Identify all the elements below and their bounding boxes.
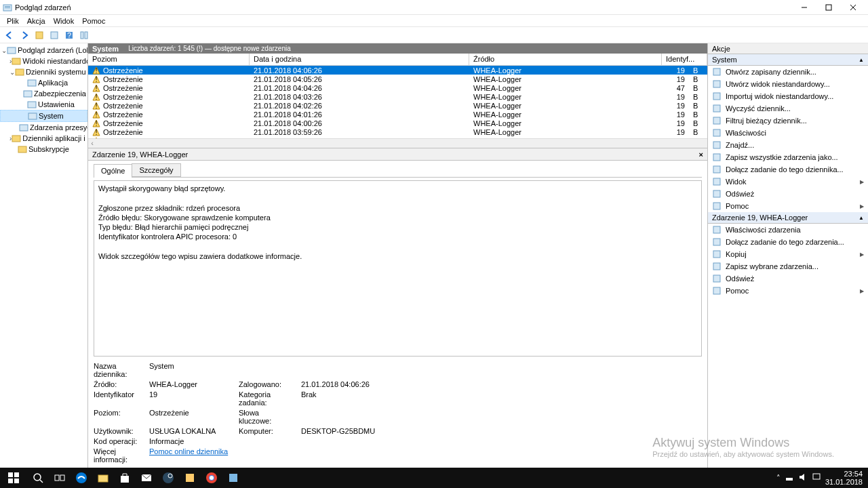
table-row[interactable]: !Ostrzeżenie 21.01.2018 04:06:26 WHEA-Lo… [88,66,707,75]
tree-item[interactable]: System [0,110,87,122]
column-date[interactable]: Data i godzina [250,54,469,65]
action-item[interactable]: Znajdź... [708,139,868,151]
tray-network-icon[interactable] [785,472,794,483]
panes-button[interactable] [77,28,91,42]
action-item[interactable]: Filtruj bieżący dziennik... [708,115,868,127]
action-item[interactable]: Otwórz zapisany dziennik... [708,66,868,78]
back-button[interactable] [3,28,16,42]
system-tray[interactable]: ˄ 23:54 31.01.2018 [776,470,868,486]
tree-item[interactable]: Zdarzenia przesyłane dalej [0,122,87,133]
action-item[interactable]: Pomoc▶ [708,200,868,212]
svg-rect-16 [28,80,36,86]
warning-icon: ! [92,119,100,127]
action-item[interactable]: Zapisz wszystkie zdarzenia jako... [708,151,868,163]
action-item[interactable]: Dołącz zadanie do tego dziennika... [708,163,868,176]
svg-text:!: ! [95,128,97,136]
navigation-tree[interactable]: ⌄ Podgląd zdarzeń (Lokalny) ›Widoki nies… [0,43,88,468]
tree-root[interactable]: ⌄ Podgląd zdarzeń (Lokalny) [0,45,87,56]
help-button[interactable]: ? [62,28,76,42]
action-item[interactable]: Wyczyść dziennik... [708,102,868,115]
show-tree-button[interactable] [33,28,46,42]
close-button[interactable] [841,0,865,15]
edge-icon[interactable] [71,468,92,488]
svg-rect-61 [121,476,129,483]
maximize-button[interactable] [816,0,841,15]
more-info-link[interactable]: Pomoc online dziennika [149,447,231,464]
action-icon [712,152,722,162]
svg-point-55 [34,474,41,481]
menu-action[interactable]: Akcja [23,17,50,25]
tree-item[interactable]: Subskrypcje [0,144,87,155]
tree-item[interactable]: Zabezpieczenia [0,88,87,99]
table-row[interactable]: !Ostrzeżenie 21.01.2018 04:04:26 WHEA-Lo… [88,83,707,92]
svg-text:!: ! [95,119,97,127]
svg-rect-38 [713,129,720,136]
menu-bar: Plik Akcja Widok Pomoc [0,15,868,27]
menu-help[interactable]: Pomoc [78,17,109,25]
svg-rect-22 [18,146,26,152]
column-source[interactable]: Źródło [469,54,662,65]
horizontal-scrollbar[interactable]: ‹ [88,138,707,148]
svg-rect-18 [28,102,36,108]
table-row[interactable]: !Ostrzeżenie 21.01.2018 04:05:26 WHEA-Lo… [88,75,707,83]
tab-general[interactable]: Ogólne [94,164,132,178]
menu-view[interactable]: Widok [50,17,79,25]
column-id[interactable]: Identyf... [662,54,707,65]
search-icon[interactable] [27,468,49,488]
action-item[interactable]: Pomoc▶ [708,285,868,297]
taskbar[interactable]: ˄ 23:54 31.01.2018 [0,468,868,488]
table-row[interactable]: !Ostrzeżenie 21.01.2018 04:00:26 WHEA-Lo… [88,119,707,127]
svg-text:!: ! [95,93,97,101]
prop-source: WHEA-Logger [149,380,231,388]
tree-item[interactable]: ›Widoki niestandardowe [0,56,87,66]
menu-file[interactable]: Plik [3,17,23,25]
store-icon[interactable] [114,468,136,488]
action-icon [712,262,722,271]
minimize-button[interactable] [792,0,816,15]
tree-item[interactable]: Aplikacja [0,77,87,88]
action-item[interactable]: Odśwież [708,188,868,200]
table-row[interactable]: !Ostrzeżenie 21.01.2018 04:03:26 WHEA-Lo… [88,92,707,101]
tab-details[interactable]: Szczegóły [132,163,180,177]
action-icon [712,274,722,283]
table-row[interactable]: !Ostrzeżenie 21.01.2018 04:02:26 WHEA-Lo… [88,101,707,110]
tree-item[interactable]: ›Dzienniki aplikacji i usług [0,133,87,144]
action-item[interactable]: Zapisz wybrane zdarzenia... [708,260,868,272]
mail-icon[interactable] [136,468,157,488]
start-button[interactable] [0,468,27,488]
forward-button[interactable] [18,28,31,42]
action-item[interactable]: Importuj widok niestandardowy... [708,90,868,102]
table-row[interactable]: !Ostrzeżenie 21.01.2018 03:59:26 WHEA-Lo… [88,127,707,136]
svg-rect-71 [813,474,820,479]
action-item[interactable]: Kopiuj▶ [708,248,868,260]
action-item[interactable]: Odśwież [708,272,868,285]
table-row[interactable]: !Ostrzeżenie 21.01.2018 04:01:26 WHEA-Lo… [88,110,707,119]
app-icon-2[interactable] [222,468,244,488]
chrome-icon[interactable] [201,468,222,488]
svg-rect-40 [713,154,720,161]
column-headers[interactable]: Poziom Data i godzina Źródło Identyf... [88,54,707,66]
action-icon [712,177,722,186]
event-table: Poziom Data i godzina Źródło Identyf... … [88,54,707,148]
action-item[interactable]: Właściwości zdarzenia [708,224,868,236]
detail-title: Zdarzenie 19, WHEA-Logger [92,150,188,159]
svg-rect-1 [5,6,10,7]
explorer-icon[interactable] [92,468,114,488]
tray-notifications-icon[interactable] [812,472,821,483]
action-item[interactable]: Właściwości [708,127,868,139]
action-item[interactable]: Widok▶ [708,176,868,188]
svg-text:!: ! [95,84,97,92]
app-icon [3,3,12,12]
detail-close-button[interactable]: × [699,150,703,159]
tree-item[interactable]: Ustawienia [0,99,87,110]
app-icon-1[interactable] [179,468,201,488]
properties-button[interactable] [47,28,61,42]
action-item[interactable]: Utwórz widok niestandardowy... [708,78,868,90]
task-view-icon[interactable] [49,468,71,488]
tray-volume-icon[interactable] [798,472,808,483]
tree-item[interactable]: ⌄Dzienniki systemu Windows [0,66,87,77]
column-level[interactable]: Poziom [88,54,250,65]
steam-icon[interactable] [157,468,179,488]
action-item[interactable]: Dołącz zadanie do tego zdarzenia... [708,236,868,248]
tray-chevron-icon[interactable]: ˄ [776,474,781,483]
